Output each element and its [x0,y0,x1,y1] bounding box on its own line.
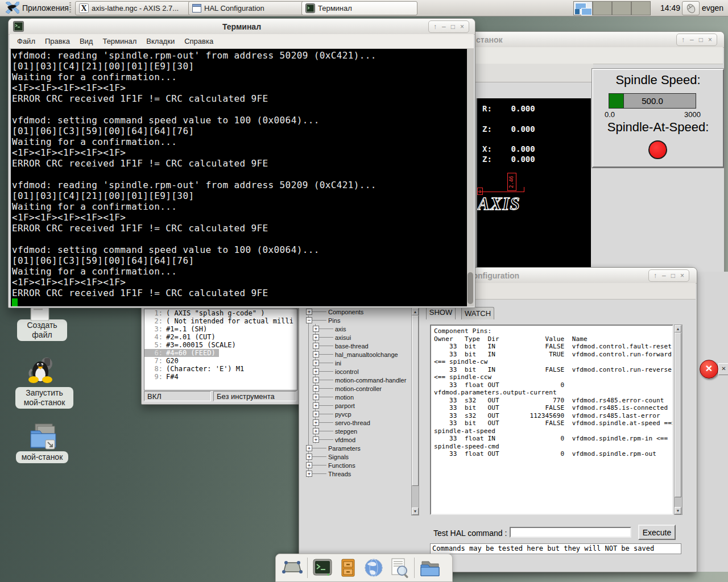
tree-item-label[interactable]: vfdmod [333,436,355,443]
expand-icon[interactable]: + [313,436,319,443]
tree-item-label[interactable]: motion [333,394,354,401]
pins-scrollbar[interactable]: ▲ ▼ [674,325,682,515]
tree-item-hal_manualtoolchange[interactable]: +hal_manualtoolchange [303,350,412,359]
tree-item-Pins[interactable]: −Pins [303,316,412,325]
tree-item-servo-thread[interactable]: +servo-thread [303,418,412,427]
tree-item-motion-command-handler[interactable]: +motion-command-handler [303,376,412,384]
tree-item-iocontrol[interactable]: +iocontrol [303,367,412,376]
minimize-button[interactable]: – [662,270,666,281]
terminal-scrollbar[interactable] [467,49,474,306]
scroll-down-arrow[interactable]: ▼ [675,507,681,514]
tree-item-Functions[interactable]: +Functions [303,461,412,469]
workspace-4[interactable] [631,1,651,15]
tree-item-axis[interactable]: +axis [303,325,412,333]
desktop-icon-run-machine[interactable] [25,355,57,389]
expand-icon[interactable]: + [306,309,312,315]
minimize-button[interactable]: – [690,34,694,45]
web-browser-globe-icon[interactable] [363,557,384,579]
expand-icon[interactable]: + [313,351,319,357]
tree-item-axisui[interactable]: +axisui [303,333,412,342]
panel-grip[interactable] [69,2,71,14]
tree-item-label[interactable]: ini [333,360,341,367]
tree-item-label[interactable]: parport [333,402,355,409]
gcode-line[interactable]: 6:#4=60 (FEED) [144,349,219,357]
expand-icon[interactable]: + [306,445,312,451]
tree-item-label[interactable]: Signals [326,454,349,460]
tree-item-Parameters[interactable]: +Parameters [303,444,412,452]
workspace-1[interactable] [573,1,593,15]
clock[interactable]: 14:49 [660,3,680,13]
scroll-up-arrow[interactable]: ▲ [412,308,419,315]
workspace-3[interactable] [612,1,631,15]
show-desktop-icon[interactable] [282,557,303,579]
mouse-settings-button[interactable] [682,1,700,15]
scroll-thumb[interactable] [468,272,473,304]
expand-icon[interactable]: + [306,471,312,477]
file-cabinet-icon[interactable] [337,557,359,579]
gcode-listing[interactable]: 1:( AXIS "splash g-code" )2:( Not intend… [144,309,297,390]
expand-icon[interactable]: + [306,462,312,468]
shade-button[interactable]: ↑ [653,270,657,281]
tree-item-ini[interactable]: +ini [303,359,412,367]
tree-item-stepgen[interactable]: +stepgen [303,427,412,435]
menu-item[interactable]: Терминал [102,37,136,45]
menu-item[interactable]: Вид [80,37,93,45]
expand-icon[interactable]: + [313,326,319,332]
tree-item-label[interactable]: stepgen [333,428,357,435]
collapse-icon[interactable]: − [306,317,312,323]
gcode-line[interactable]: 8:(Character: 'E') M1 [144,365,297,373]
test-hal-command-input[interactable] [510,527,631,538]
tree-item-motion-controller[interactable]: +motion-controller [303,384,412,393]
tree-item-label[interactable]: Pins [326,317,340,324]
menu-item[interactable]: Справка [184,37,213,45]
applications-menu[interactable]: Приложения [2,1,71,15]
desktop-icon-label[interactable]: Запустить мой-станок [15,387,73,409]
tree-item-label[interactable]: hal_manualtoolchange [333,351,398,358]
tree-item-Threads[interactable]: +Threads [303,469,412,478]
tree-item-label[interactable]: pyvcp [333,411,351,418]
shade-button[interactable]: ↑ [681,34,685,45]
expand-icon[interactable]: + [313,411,319,417]
tree-item-vfdmod[interactable]: +vfdmod [303,435,412,444]
expand-icon[interactable]: + [313,343,319,349]
menu-item[interactable]: Файл [17,37,35,45]
expand-icon[interactable]: + [313,368,319,375]
close-button[interactable]: × [680,270,684,281]
tree-item-label[interactable]: Functions [326,462,355,469]
menu-item[interactable]: Правка [45,37,70,45]
tree-item-label[interactable]: base-thread [333,343,369,350]
tree-item-label[interactable]: axisui [333,334,351,341]
scroll-down-arrow[interactable]: ▼ [412,508,419,515]
tree-item-parport[interactable]: +parport [303,401,412,410]
minimize-button[interactable]: – [442,21,446,32]
maximize-button[interactable]: □ [699,34,703,45]
expand-icon[interactable]: + [313,419,319,426]
gcode-line[interactable]: 3:#1=.1 (SH) [144,325,297,333]
tree-item-label[interactable]: iocontrol [333,368,359,375]
terminal-screen[interactable]: vfdmod: reading 'spindle.rpm-out' from a… [11,49,467,306]
taskbar-button-axis[interactable]: X axis-lathe.ngc - AXIS 2.7... [75,1,195,15]
file-manager-folder-icon[interactable] [419,557,440,579]
expand-icon[interactable]: + [313,428,319,434]
tree-item-Signals[interactable]: +Signals [303,452,412,461]
expand-icon[interactable]: + [306,454,312,460]
gcode-line[interactable]: 7:G20 [144,357,297,365]
maximize-button[interactable]: □ [451,21,455,32]
tree-item-label[interactable]: servo-thread [333,419,370,426]
terminal-launcher-icon[interactable] [312,557,333,579]
execute-button[interactable]: Execute [638,525,676,540]
maximize-button[interactable]: □ [671,270,675,281]
expand-icon[interactable]: + [313,402,319,409]
expand-icon[interactable]: + [313,394,319,400]
expand-icon[interactable]: + [313,385,319,392]
tree-item-label[interactable]: Components [326,309,363,315]
close-button[interactable]: × [708,34,712,45]
workspace-2[interactable] [593,1,612,15]
taskbar-button-terminal[interactable]: Терминал [301,1,417,15]
expand-icon[interactable]: + [313,360,319,366]
taskbar-button-hal[interactable]: HAL Configuration [188,1,308,15]
scroll-thumb[interactable] [675,332,681,497]
tab-watch[interactable]: WATCH [461,307,494,319]
tree-item-base-thread[interactable]: +base-thread [303,342,412,350]
gcode-line[interactable]: 2:( Not intended for actual milli [144,317,297,325]
